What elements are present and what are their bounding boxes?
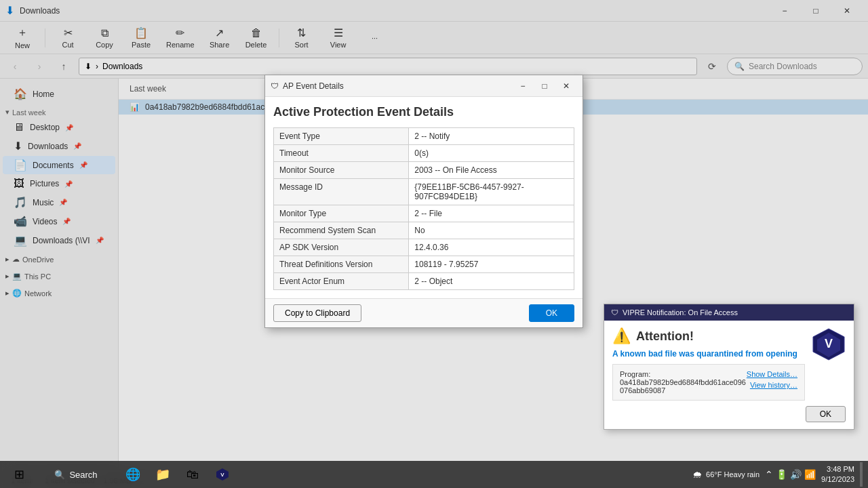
taskbar-store-button[interactable]: 🛍	[179, 462, 206, 487]
table-cell-label: Threat Definitions Version	[274, 256, 409, 273]
edge-icon: 🌐	[125, 467, 140, 482]
warning-icon: ⚠️	[612, 327, 631, 345]
table-cell-label: Event Type	[274, 128, 409, 145]
dialog-title-bar: 🛡 AP Event Details − □ ✕	[265, 75, 583, 97]
dialog-title-left: 🛡 AP Event Details	[271, 81, 344, 91]
table-cell-value: 108119 - 7.95257	[409, 256, 574, 273]
vipre-logo-container: V	[812, 327, 846, 363]
copy-btn-label: Copy to Clipboard	[285, 308, 350, 318]
search-button[interactable]: 🔍 Search	[35, 462, 117, 487]
table-row: AP SDK Version12.4.0.36	[274, 239, 574, 256]
vipre-info-box: Program: 0a418ab7982b9ed6884fbdd61ace096…	[612, 364, 805, 401]
table-cell-value: 2003 -- On File Access	[409, 162, 574, 179]
vipre-ok-row: OK	[612, 406, 846, 422]
taskbar-right: 🌧 66°F Heavy rain ⌃ 🔋 🔊 📶 3:48 PM 9/12/2…	[692, 462, 863, 487]
table-cell-value: 0(s)	[409, 145, 574, 162]
tray-network: 📶	[804, 469, 816, 480]
ap-event-dialog: 🛡 AP Event Details − □ ✕ Active Protecti…	[264, 75, 583, 328]
vipre-info-left: Program: 0a418ab7982b9ed6884fbdd61ace096…	[620, 370, 747, 394]
start-button[interactable]: ⊞	[5, 462, 33, 487]
table-row: Event Actor Enum2 -- Object	[274, 273, 574, 290]
table-cell-value: 2 -- Object	[409, 273, 574, 290]
taskbar-search-label: Search	[69, 470, 97, 480]
weather-icon: 🌧	[692, 469, 702, 480]
table-row: Monitor Type2 -- File	[274, 205, 574, 222]
vipre-header-icon: 🛡	[611, 308, 618, 317]
dialog-title: AP Event Details	[283, 81, 344, 91]
table-row: Recommend System ScanNo	[274, 222, 574, 239]
clock[interactable]: 3:48 PM 9/12/2023	[821, 464, 854, 485]
dialog-close-button[interactable]: ✕	[555, 77, 577, 96]
table-row: Monitor Source2003 -- On File Access	[274, 162, 574, 179]
ok-btn-label: OK	[546, 308, 557, 318]
dialog-footer: Copy to Clipboard OK	[265, 298, 583, 327]
svg-text:V: V	[220, 472, 224, 478]
tray-speaker: 🔊	[790, 469, 802, 480]
dialog-content: Active Protection Event Details Event Ty…	[265, 97, 583, 298]
vipre-header-text: VIPRE Notification: On File Access	[623, 308, 738, 317]
table-cell-value: No	[409, 222, 574, 239]
vipre-taskbar-icon: V	[216, 468, 229, 481]
table-row: Event Type2 -- Notify	[274, 128, 574, 145]
vipre-attention: ⚠️ Attention!	[612, 327, 805, 345]
files-icon: 📁	[155, 467, 170, 482]
time: 3:48 PM	[821, 464, 854, 474]
vipre-header: 🛡 VIPRE Notification: On File Access	[604, 304, 854, 321]
taskbar-files-button[interactable]: 📁	[149, 462, 176, 487]
vipre-subtitle: A known bad file was quarantined from op…	[612, 349, 805, 359]
show-details-link[interactable]: Show Details…	[747, 370, 797, 378]
dialog-ok-button[interactable]: OK	[529, 304, 574, 322]
vipre-ok-button[interactable]: OK	[806, 406, 846, 422]
dialog-minimize-button[interactable]: −	[512, 77, 534, 96]
table-cell-label: Monitor Type	[274, 205, 409, 222]
taskbar-search-icon: 🔍	[54, 470, 65, 480]
taskbar-vipre-button[interactable]: V	[209, 462, 236, 487]
vipre-body: ⚠️ Attention! A known bad file was quara…	[604, 321, 854, 429]
view-history-link[interactable]: View history…	[750, 381, 797, 389]
weather-text: 66°F Heavy rain	[706, 470, 760, 479]
table-row: Threat Definitions Version108119 - 7.952…	[274, 256, 574, 273]
event-table: Event Type2 -- NotifyTimeout0(s)Monitor …	[273, 127, 574, 290]
vipre-title: Attention!	[636, 329, 694, 344]
taskbar-left: ⊞ 🔍 Search 🌐 📁 🛍 V	[5, 462, 236, 487]
show-desktop-button[interactable]	[860, 462, 863, 487]
table-cell-value: 2 -- File	[409, 205, 574, 222]
tray-battery: 🔋	[776, 469, 787, 480]
dialog-title-controls: − □ ✕	[512, 77, 577, 96]
table-cell-label: Event Actor Enum	[274, 273, 409, 290]
vipre-info-right: Show Details… View history…	[747, 370, 797, 389]
date: 9/12/2023	[821, 474, 854, 485]
table-cell-label: Message ID	[274, 179, 409, 205]
taskbar: ⊞ 🔍 Search 🌐 📁 🛍 V 🌧 66°F Heavy rain ⌃	[0, 461, 868, 488]
program-label: Program:	[620, 370, 747, 378]
tray-expand[interactable]: ⌃	[765, 469, 773, 480]
dialog-maximize-button[interactable]: □	[534, 77, 555, 96]
program-value: 0a418ab7982b9ed6884fbdd61ace096076abb690…	[620, 378, 747, 394]
table-cell-label: Recommend System Scan	[274, 222, 409, 239]
store-icon: 🛍	[186, 468, 199, 482]
table-cell-value: {79EE11BF-5CB6-4457-9927-907FCB94DE1B}	[409, 179, 574, 205]
table-row: Message ID{79EE11BF-5CB6-4457-9927-907FC…	[274, 179, 574, 205]
system-tray: ⌃ 🔋 🔊 📶	[765, 469, 816, 480]
vipre-logo: V	[812, 327, 846, 361]
table-row: Timeout0(s)	[274, 145, 574, 162]
vipre-ok-label: OK	[820, 409, 831, 419]
table-cell-label: Monitor Source	[274, 162, 409, 179]
table-cell-label: Timeout	[274, 145, 409, 162]
table-cell-value: 12.4.0.36	[409, 239, 574, 256]
vipre-popup: 🛡 VIPRE Notification: On File Access ⚠️ …	[604, 304, 854, 430]
dialog-shield-icon: 🛡	[271, 81, 279, 91]
taskbar-edge-button[interactable]: 🌐	[119, 462, 146, 487]
copy-to-clipboard-button[interactable]: Copy to Clipboard	[273, 304, 361, 322]
table-cell-label: AP SDK Version	[274, 239, 409, 256]
start-icon: ⊞	[14, 467, 24, 482]
table-cell-value: 2 -- Notify	[409, 128, 574, 145]
tray-icons: 🌧 66°F Heavy rain	[692, 469, 760, 480]
svg-text:V: V	[825, 337, 833, 350]
dialog-heading: Active Protection Event Details	[273, 105, 574, 119]
